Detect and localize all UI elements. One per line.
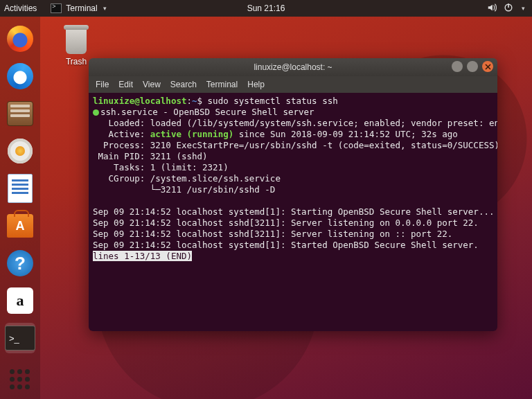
- terminal-window: linuxize@localhost: ~ File Edit View Sea…: [89, 58, 497, 331]
- terminal-icon: >_: [5, 326, 35, 351]
- menu-edit[interactable]: Edit: [118, 80, 133, 89]
- show-applications-button[interactable]: [10, 369, 30, 389]
- dock: ? a >_: [0, 17, 40, 399]
- amazon-icon: a: [7, 287, 33, 314]
- top-bar: Activities Terminal ▾ Sun 21:16 ▾: [0, 0, 532, 17]
- menu-search[interactable]: Search: [170, 80, 197, 89]
- menu-file[interactable]: File: [96, 80, 109, 89]
- command: sudo systemctl status ssh: [208, 96, 338, 106]
- dock-help[interactable]: ?: [5, 248, 35, 278]
- pager-status: lines 1-13/13 (END): [93, 251, 192, 261]
- software-icon: [7, 214, 33, 238]
- writer-icon: [8, 174, 33, 203]
- dock-files[interactable]: [5, 98, 35, 129]
- clock[interactable]: Sun 21:16: [247, 3, 285, 13]
- window-titlebar[interactable]: linuxize@localhost: ~: [89, 58, 497, 76]
- terminal-body[interactable]: linuxize@localhost:~$ sudo systemctl sta…: [89, 93, 497, 331]
- app-menu-label[interactable]: Terminal: [66, 3, 97, 13]
- activities-button[interactable]: Activities: [4, 3, 37, 13]
- cgroup-line: CGroup: /system.slice/ssh.service: [93, 173, 493, 184]
- menu-help[interactable]: Help: [247, 80, 265, 89]
- service-line: ssh.service - OpenBSD Secure Shell serve…: [100, 107, 314, 117]
- log-line: Sep 09 21:14:52 localhost sshd[3211]: Se…: [93, 218, 493, 229]
- process-line: Process: 3210 ExecStartPre=/usr/sbin/ssh…: [93, 140, 493, 151]
- thunderbird-icon: [7, 63, 33, 89]
- dock-terminal[interactable]: >_: [5, 323, 35, 353]
- tasks-line: Tasks: 1 (limit: 2321): [93, 162, 493, 173]
- close-button[interactable]: [482, 61, 493, 72]
- desktop: Activities Terminal ▾ Sun 21:16 ▾ ? a >_: [0, 0, 532, 399]
- cgroup-tree: └─3211 /usr/sbin/sshd -D: [93, 184, 493, 195]
- prompt-path: ~: [192, 96, 197, 106]
- mainpid-line: Main PID: 3211 (sshd): [93, 151, 493, 162]
- dock-thunderbird[interactable]: [5, 61, 35, 91]
- firefox-icon: [7, 26, 33, 52]
- chevron-down-icon[interactable]: ▾: [522, 5, 525, 12]
- menu-terminal[interactable]: Terminal: [206, 80, 238, 89]
- dock-firefox[interactable]: [5, 24, 35, 54]
- prompt-user: linuxize@localhost: [93, 96, 186, 106]
- maximize-button[interactable]: [467, 61, 478, 72]
- log-line: Sep 09 21:14:52 localhost sshd[3211]: Se…: [93, 229, 493, 240]
- files-icon: [7, 101, 33, 126]
- minimize-button[interactable]: [452, 61, 463, 72]
- dock-amazon[interactable]: a: [5, 285, 35, 316]
- terminal-icon: [51, 3, 62, 13]
- volume-icon[interactable]: [487, 3, 497, 15]
- window-title: linuxize@localhost: ~: [254, 62, 332, 72]
- log-line: Sep 09 21:14:52 localhost systemd[1]: St…: [93, 240, 493, 251]
- dock-software[interactable]: [5, 211, 35, 241]
- trash-icon: [63, 24, 89, 54]
- chevron-down-icon: ▾: [103, 5, 107, 12]
- menu-view[interactable]: View: [143, 80, 161, 89]
- dock-rhythmbox[interactable]: [5, 136, 35, 166]
- menu-bar: File Edit View Search Terminal Help: [89, 76, 497, 93]
- loaded-line: Loaded: loaded (/lib/systemd/system/ssh.…: [93, 118, 493, 129]
- help-icon: ?: [7, 250, 33, 276]
- status-dot-icon: [93, 109, 99, 116]
- rhythmbox-icon: [8, 139, 33, 163]
- power-icon[interactable]: [504, 3, 513, 15]
- dock-writer[interactable]: [5, 173, 35, 204]
- active-state: active (running): [150, 129, 233, 139]
- log-line: Sep 09 21:14:52 localhost systemd[1]: St…: [93, 206, 493, 218]
